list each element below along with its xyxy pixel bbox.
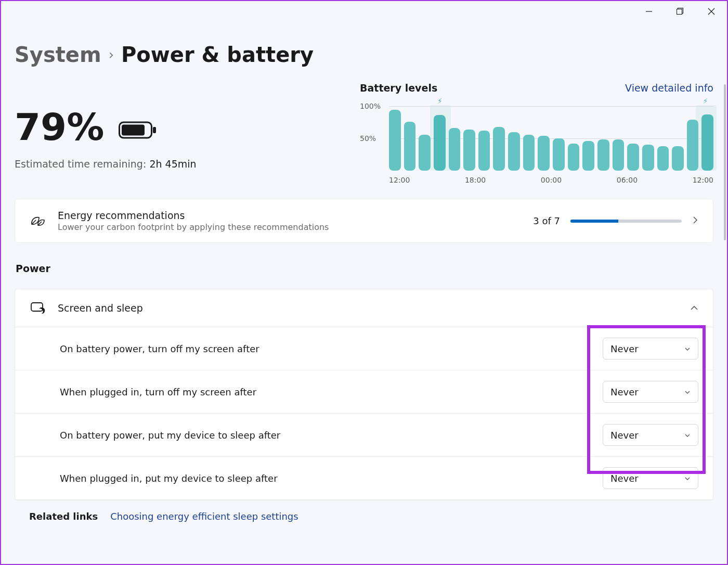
window-controls <box>633 1 727 22</box>
leaf-icon <box>30 215 46 227</box>
chart-bar <box>701 114 713 171</box>
sleep-setting-row: When plugged in, turn off my screen afte… <box>15 370 713 414</box>
chart-bar <box>597 139 609 171</box>
view-detailed-info-link[interactable]: View detailed info <box>625 82 713 94</box>
energy-recommendations-row[interactable]: Energy recommendations Lower your carbon… <box>15 199 713 243</box>
related-links: Related links Choosing energy efficient … <box>15 500 713 522</box>
chevron-right-icon: › <box>109 47 114 62</box>
energy-desc: Lower your carbon footprint by applying … <box>58 222 522 232</box>
scrollbar-thumb[interactable] <box>724 84 726 240</box>
chart-xtick: 06:00 <box>617 176 638 184</box>
related-link-energy-efficient[interactable]: Choosing energy efficient sleep settings <box>110 511 298 522</box>
energy-count: 3 of 7 <box>533 215 560 226</box>
screen-sleep-icon <box>30 302 46 314</box>
chart-bar <box>568 144 580 171</box>
chevron-right-icon <box>692 215 698 227</box>
chart-xtick: 18:00 <box>465 176 486 184</box>
svg-rect-2 <box>677 9 682 15</box>
energy-progress <box>570 220 682 223</box>
sleep-setting-row: When plugged in, put my device to sleep … <box>15 457 713 500</box>
chart-bar <box>627 144 639 171</box>
sleep-setting-dropdown[interactable]: Never <box>603 381 698 403</box>
sleep-setting-dropdown[interactable]: Never <box>603 467 698 489</box>
dropdown-value: Never <box>610 387 639 397</box>
estimate-value: 2h 45min <box>149 158 196 170</box>
sleep-setting-row: On battery power, turn off my screen aft… <box>15 327 713 370</box>
estimate-label: Estimated time remaining: <box>15 158 146 170</box>
charge-icon: ⚡ <box>703 97 708 105</box>
chart-bar <box>404 122 416 171</box>
breadcrumb-root[interactable]: System <box>15 43 101 67</box>
page-title: Power & battery <box>121 43 314 67</box>
chart-bar <box>553 138 565 171</box>
chart-bar <box>508 132 520 171</box>
minimize-button[interactable] <box>633 1 665 22</box>
sleep-setting-label: On battery power, turn off my screen aft… <box>60 343 592 354</box>
chevron-up-icon <box>690 303 698 313</box>
dropdown-value: Never <box>610 473 639 484</box>
related-links-label: Related links <box>29 511 98 522</box>
charge-icon: ⚡ <box>437 97 443 105</box>
screen-and-sleep-title: Screen and sleep <box>58 302 679 314</box>
chart-xtick: 12:00 <box>693 176 713 184</box>
chart-xtick: 12:00 <box>389 176 410 184</box>
chevron-down-icon <box>684 474 691 482</box>
battery-levels-chart: Battery levels View detailed info 100%50… <box>360 82 713 184</box>
chart-bar <box>538 136 550 171</box>
chart-ytick: 100% <box>360 102 381 110</box>
svg-rect-7 <box>153 127 156 133</box>
energy-title: Energy recommendations <box>58 210 522 221</box>
chart-bar <box>434 115 446 171</box>
maximize-button[interactable] <box>665 1 696 22</box>
dropdown-value: Never <box>610 343 639 354</box>
section-heading-power: Power <box>16 263 713 274</box>
dropdown-value: Never <box>610 430 639 441</box>
battery-percent: 79% <box>15 105 104 149</box>
svg-rect-6 <box>122 125 145 136</box>
chart-bar <box>389 110 401 171</box>
sleep-setting-label: When plugged in, put my device to sleep … <box>60 473 592 484</box>
chart-ytick: 50% <box>360 134 376 143</box>
svg-rect-8 <box>31 303 43 311</box>
chevron-down-icon <box>684 431 691 439</box>
sleep-setting-dropdown[interactable]: Never <box>603 424 698 446</box>
sleep-setting-label: When plugged in, turn off my screen afte… <box>60 387 592 397</box>
breadcrumb: System › Power & battery <box>1 1 727 67</box>
battery-summary: 79% Estimated time remaining: 2h 45min <box>15 105 197 170</box>
chart-bar <box>523 135 535 171</box>
chart-bar <box>672 146 684 171</box>
screen-and-sleep-card: Screen and sleep On battery power, turn … <box>15 289 713 500</box>
sleep-setting-row: On battery power, put my device to sleep… <box>15 414 713 457</box>
chart-bar <box>493 127 505 171</box>
scrollbar[interactable] <box>723 32 727 564</box>
close-button[interactable] <box>696 1 727 22</box>
chart-bar <box>613 139 625 171</box>
chevron-down-icon <box>684 345 691 353</box>
chart-xtick: 00:00 <box>541 176 562 184</box>
chart-bar <box>478 131 490 171</box>
chart-bar <box>642 145 654 171</box>
sleep-setting-dropdown[interactable]: Never <box>603 338 698 359</box>
sleep-setting-label: On battery power, put my device to sleep… <box>60 430 592 441</box>
chart-bar <box>687 120 699 171</box>
chart-bar <box>419 135 431 171</box>
chart-bar <box>449 128 461 171</box>
chart-title: Battery levels <box>360 82 437 94</box>
screen-and-sleep-header[interactable]: Screen and sleep <box>15 289 713 327</box>
chevron-down-icon <box>684 388 691 396</box>
battery-icon <box>119 105 157 149</box>
chart-bar <box>657 146 669 171</box>
chart-bar <box>582 141 594 171</box>
chart-bar <box>463 130 475 171</box>
